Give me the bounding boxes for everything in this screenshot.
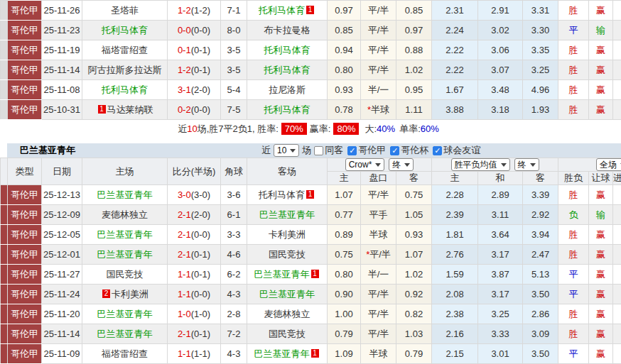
score-cell: 1-2(1-2) xyxy=(168,1,221,21)
home-team-name: 巴兰基亚青年 xyxy=(97,189,153,200)
chevron-down-icon xyxy=(290,149,296,153)
away-team-name: 巴兰基亚青年 xyxy=(259,209,315,220)
corner-cell: 7-2 xyxy=(221,324,247,344)
mean-away-odds-cell: 2.92 xyxy=(523,205,558,225)
mean-home-odds-cell: 2.16 xyxy=(432,324,478,344)
halftime-score: (1-2) xyxy=(191,5,210,16)
result-text: 胜 xyxy=(569,249,578,260)
handicap-line: 平手 xyxy=(369,209,388,220)
league-cell: 哥伦甲 xyxy=(8,205,42,225)
home-team-name: 阿古拉斯多拉达斯 xyxy=(88,65,162,75)
sub-away-odds: 客 xyxy=(396,172,432,185)
date-cell: 25-11-09 xyxy=(42,344,82,364)
home-team-cell: 2卡利美洲 xyxy=(82,285,168,304)
result-cell: 胜 xyxy=(558,304,589,324)
result-cell: 胜 xyxy=(558,245,589,265)
handicap-line: 半/一 xyxy=(368,269,389,280)
result-cell: 胜 xyxy=(558,324,589,344)
handicap-cell: 平/半 xyxy=(361,21,396,40)
result-text: 胜 xyxy=(569,229,578,240)
handicap-home-odds-cell: 0.80 xyxy=(328,265,361,285)
match-filter[interactable]: 哥伦杯 xyxy=(390,144,428,157)
score-cell: 3-1(2-0) xyxy=(168,80,221,100)
handicap-home-odds-cell: 0.90 xyxy=(328,285,361,304)
away-team-name: 布卡拉曼格 xyxy=(264,25,310,35)
filter-checkbox[interactable] xyxy=(433,146,442,155)
handicap-result-cell: 赢 xyxy=(589,324,613,344)
handicap-line: 平/半 xyxy=(368,289,389,299)
corner-cell: 4-3 xyxy=(221,285,247,304)
result-text: 胜 xyxy=(569,309,578,319)
score-cell: 1-1(1-1) xyxy=(168,344,221,364)
handicap-result-text: 赢 xyxy=(596,289,605,299)
scope-select[interactable]: 全场 xyxy=(596,158,621,171)
filter-checkbox[interactable] xyxy=(347,146,357,155)
halftime-score: (0-1) xyxy=(191,65,210,75)
match-filter[interactable]: 球会友谊 xyxy=(433,144,480,157)
fulltime-score: 1-1 xyxy=(178,269,191,280)
big-label: 大: xyxy=(364,123,377,134)
filter-checkbox[interactable] xyxy=(390,146,399,155)
handicap-away-odds-cell: 0.97 xyxy=(396,21,432,40)
halftime-score: (0-1) xyxy=(191,249,210,260)
fulltime-score: 0-1 xyxy=(178,45,191,55)
cut-cell-right xyxy=(613,185,621,205)
fulltime-score: 3-0 xyxy=(178,189,191,200)
summary-cover-label: 赢率: xyxy=(310,123,331,134)
final-odds-select[interactable]: 终 xyxy=(389,158,414,171)
home-team-name: 圣塔菲 xyxy=(111,5,139,16)
handicap-result-cell: 输 xyxy=(589,205,613,225)
handicap-result-text: 输 xyxy=(596,25,605,35)
halftime-score: (0-1) xyxy=(191,45,210,55)
odds-company-select[interactable]: Crow* xyxy=(345,158,385,171)
match-row: 哥伦甲 25-11-19 福塔雷绍查 0-1(0-1) 3-5 托利马体育 0.… xyxy=(1,40,621,60)
corner-cell: 3-5 xyxy=(221,40,247,60)
result-cell: 胜 xyxy=(558,60,589,80)
home-team-name: 托利马体育 xyxy=(102,25,148,35)
handicap-result-cell: 输 xyxy=(589,21,613,40)
cut-cell-left xyxy=(1,21,8,40)
handicap-result-cell: 赢 xyxy=(589,100,613,120)
mean-home-odds-cell: 2.28 xyxy=(432,185,478,205)
date-cell: 25-11-27 xyxy=(42,265,82,285)
mean-home-odds-cell: 2.76 xyxy=(432,245,478,265)
league-cell: 哥伦甲 xyxy=(8,40,42,60)
mean-away-odds-cell: 2.86 xyxy=(523,304,558,324)
handicap-line: 平/半 xyxy=(368,5,389,16)
fulltime-score: 1-2 xyxy=(178,5,191,16)
handicap-line: 半球 xyxy=(371,104,389,115)
mean-home-odds-cell: 2.08 xyxy=(432,285,478,304)
mean-home-odds-cell: 2.24 xyxy=(432,21,478,40)
sub-goal-cut: 进 xyxy=(613,172,621,185)
match-row: 哥伦甲 25-12-09 麦德林独立 2-1(2-0) 6-1 巴兰基亚青年 0… xyxy=(1,205,621,225)
home-team-name: 巴兰基亚青年 xyxy=(97,249,153,260)
rank-badge: 2 xyxy=(102,289,110,298)
handicap-away-odds-cell: 1.05 xyxy=(396,205,432,225)
corner-cell: 7-5 xyxy=(221,100,247,120)
match-filter[interactable]: 同客 xyxy=(314,144,343,157)
rank-badge: 1 xyxy=(311,349,319,358)
date-cell: 25-11-14 xyxy=(42,324,82,344)
match-row: 哥伦甲 25-11-08 托利马体育 3-1(2-0) 5-4 拉尼洛斯 0.9… xyxy=(1,80,621,100)
mean-away-odds-cell: 3.30 xyxy=(523,21,558,40)
final-mean-select[interactable]: 终 xyxy=(514,158,539,171)
league-cell: 哥伦甲 xyxy=(8,324,42,344)
odd-rate: 60% xyxy=(421,123,439,134)
mean-odds-select[interactable]: 胜平负均值 xyxy=(451,158,510,171)
away-team-name: 国民竞技 xyxy=(269,329,306,339)
away-team-name: 托利马体育 xyxy=(259,189,305,200)
cut-cell-left xyxy=(1,324,8,344)
fulltime-score: 1-0 xyxy=(178,309,191,319)
result-text: 胜 xyxy=(569,84,578,95)
fulltime-score: 1-2 xyxy=(178,65,191,75)
mean-draw-odds-cell: 3.48 xyxy=(478,80,523,100)
cut-cell-right xyxy=(613,60,621,80)
halftime-score: (0-0) xyxy=(191,25,210,35)
home-team-cell: 巴兰基亚青年 xyxy=(82,324,168,344)
cut-cell-right xyxy=(613,40,621,60)
near-matches-select[interactable]: 10 xyxy=(274,144,299,157)
filter-checkbox[interactable] xyxy=(314,146,323,155)
result-text: 平 xyxy=(569,25,578,35)
result-cell: 胜 xyxy=(558,40,589,60)
match-filter[interactable]: 哥伦甲 xyxy=(347,144,386,157)
